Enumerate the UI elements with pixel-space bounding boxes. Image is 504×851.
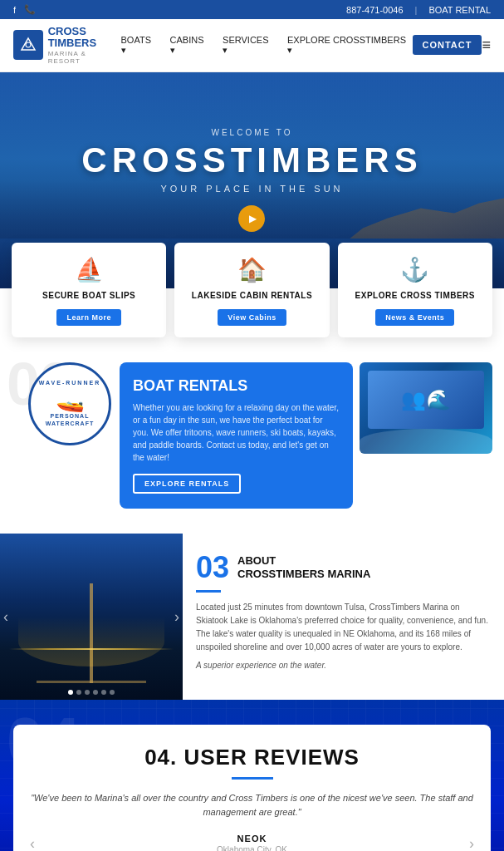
news-events-button[interactable]: News & Events: [375, 309, 454, 326]
boat-info-box: BOAT RENTALS Whether you are looking for…: [120, 362, 353, 509]
play-button[interactable]: ▶: [238, 205, 265, 232]
nav-boats[interactable]: BOATS ▾: [121, 35, 159, 56]
reviews-card: 04. USER REVIEWS "We've been to Marina's…: [13, 725, 491, 851]
explore-rentals-button[interactable]: EXPLORE RENTALS: [133, 474, 241, 494]
dock-horizontal: [37, 681, 146, 683]
wave-decoration: [360, 429, 492, 454]
dot-5[interactable]: [101, 690, 106, 695]
card-boat-slips: ⛵ SECURE BOAT SLIPS Learn More: [12, 243, 166, 337]
reviews-prev-button[interactable]: ‹: [30, 835, 35, 851]
watercraft-icon: 🚤: [56, 386, 85, 413]
logo-text: CROSSTIMBERS: [48, 26, 121, 50]
boat-rentals-section: 02 WAVE-RUNNER 🚤 PERSONALWATERCRAFT BOAT…: [0, 362, 504, 509]
hero-content: WELCOME TO CROSSTIMBERS YOUR PLACE IN TH…: [81, 128, 422, 232]
boat-badge: WAVE-RUNNER 🚤 PERSONALWATERCRAFT: [28, 362, 111, 445]
top-bar-contact: 887-471-0046 | BOAT RENTAL: [346, 5, 491, 15]
top-bar-phone[interactable]: 887-471-0046: [346, 5, 404, 15]
svg-point-0: [26, 42, 31, 47]
top-bar: f 📞 887-471-0046 | BOAT RENTAL: [0, 0, 504, 19]
top-bar-boat-rental[interactable]: BOAT RENTAL: [428, 5, 491, 15]
nav-explore[interactable]: EXPLORE CROSSTIMBERS ▾: [287, 35, 413, 56]
anchor-icon: ⚓: [400, 256, 429, 283]
nav-links: BOATS ▾ CABINS ▾ SERVICES ▾ EXPLORE CROS…: [121, 35, 413, 56]
hero-welcome: WELCOME TO: [81, 128, 422, 137]
marina-number-row: 03 ABOUTCROSSTIMBERS MARINA: [196, 550, 491, 585]
hamburger-icon[interactable]: ≡: [482, 37, 491, 54]
slideshow-dots: [68, 690, 115, 695]
marina-divider: [196, 590, 221, 593]
marina-slideshow: ‹ ›: [0, 534, 183, 700]
slideshow-prev-button[interactable]: ‹: [3, 608, 8, 625]
reviews-navigation: ‹ NEOK Oklahoma City, OK ›: [30, 834, 474, 851]
facebook-icon[interactable]: f: [13, 5, 16, 15]
slideshow-next-button[interactable]: ›: [174, 608, 179, 625]
marina-description-1: Located just 25 minutes from downtown Tu…: [196, 601, 491, 654]
play-icon: ▶: [249, 213, 257, 224]
logo-sub: MARINA & RESORT: [48, 50, 121, 65]
marina-section: ‹ › 03 ABOUTCROSSTIMBERS MARINA Located …: [0, 534, 504, 700]
cabin-icon: 🏠: [237, 256, 267, 283]
section-number-03: 03: [196, 550, 229, 585]
view-cabins-button[interactable]: View Cabins: [218, 309, 286, 326]
reviews-underline: [232, 777, 273, 780]
feature-cards: ⛵ SECURE BOAT SLIPS Learn More 🏠 LAKESID…: [0, 243, 504, 337]
boat-icon: ⛵: [75, 256, 104, 283]
dot-1[interactable]: [68, 690, 73, 695]
badge-top: WAVE-RUNNER: [39, 380, 100, 386]
card-explore: ⚓ EXPLORE CROSS TIMBERS News & Events: [338, 243, 492, 337]
reviews-quote: "We've been to Marina's all over the cou…: [30, 791, 474, 820]
marina-tagline: A superior experience on the water.: [196, 661, 491, 670]
reviews-section: 04 04. USER REVIEWS "We've been to Marin…: [0, 700, 504, 851]
nav-services[interactable]: SERVICES ▾: [223, 35, 276, 56]
phone-icon[interactable]: 📞: [24, 4, 36, 15]
card-explore-title: EXPLORE CROSS TIMBERS: [355, 290, 475, 301]
badge-bottom: PERSONALWATERCRAFT: [46, 413, 94, 427]
reviews-author: NEOK: [217, 834, 287, 844]
nav-cabins[interactable]: CABINS ▾: [170, 35, 212, 56]
marina-content: 03 ABOUTCROSSTIMBERS MARINA Located just…: [183, 534, 504, 700]
learn-more-button[interactable]: Learn More: [56, 309, 121, 326]
reviews-next-button[interactable]: ›: [469, 835, 474, 851]
boat-rentals-title: BOAT RENTALS: [133, 377, 340, 395]
card-cabin-title: LAKESIDE CABIN RENTALS: [192, 290, 312, 301]
dot-4[interactable]: [93, 690, 98, 695]
boat-image: 👥🌊: [360, 362, 492, 454]
navbar: CROSSTIMBERS MARINA & RESORT BOATS ▾ CAB…: [0, 19, 504, 72]
hero-subtitle: YOUR PLACE IN THE SUN: [81, 184, 422, 194]
card-boat-slips-title: SECURE BOAT SLIPS: [42, 290, 135, 301]
reviews-title: 04. USER REVIEWS: [30, 745, 474, 770]
card-cabin-rentals: 🏠 LAKESIDE CABIN RENTALS View Cabins: [174, 243, 329, 337]
logo[interactable]: CROSSTIMBERS MARINA & RESORT: [13, 26, 121, 65]
dot-6[interactable]: [110, 690, 115, 695]
logo-icon: [18, 35, 38, 55]
contact-button[interactable]: CONTACT: [413, 35, 482, 55]
top-bar-social: f 📞: [13, 4, 36, 15]
hero-title: CROSSTIMBERS: [81, 140, 422, 180]
boat-people-image: 👥🌊: [368, 371, 484, 429]
marina-heading: ABOUTCROSSTIMBERS MARINA: [237, 554, 370, 580]
dot-2[interactable]: [76, 690, 81, 695]
dot-3[interactable]: [85, 690, 90, 695]
boat-rentals-description: Whether you are looking for a relaxing d…: [133, 401, 340, 464]
reviews-location: Oklahoma City, OK: [217, 845, 287, 851]
